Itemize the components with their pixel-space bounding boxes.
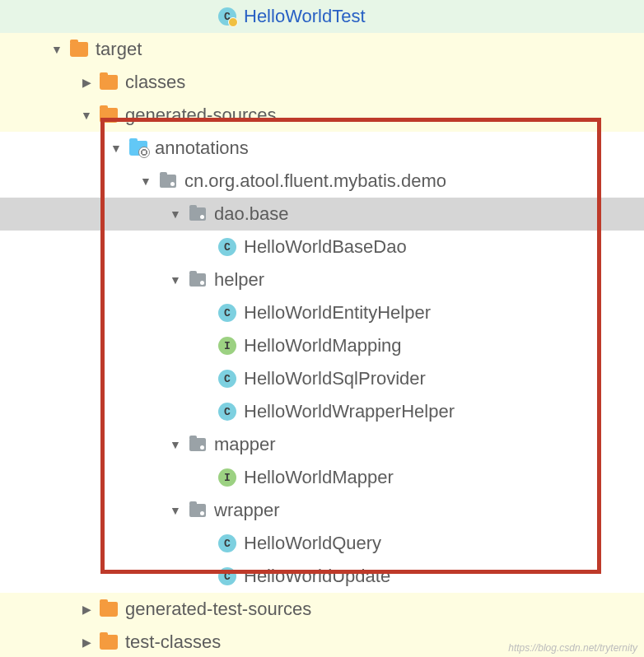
tree-item-label: HelloWorldMapper — [244, 467, 394, 488]
tree-item-label: generated-sources — [125, 105, 276, 126]
package-icon — [188, 204, 208, 224]
tree-row[interactable]: ▼cn.org.atool.fluent.mybatis.demo — [0, 165, 644, 198]
package-icon — [188, 435, 208, 454]
tree-item-label: mapper — [214, 434, 276, 455]
collapse-arrow-icon[interactable]: ▼ — [168, 273, 183, 287]
package-icon — [188, 270, 208, 290]
collapse-arrow-icon[interactable]: ▼ — [109, 142, 124, 155]
collapse-arrow-icon[interactable]: ▼ — [138, 175, 153, 188]
folder-icon — [99, 72, 119, 92]
class-icon: C — [217, 303, 237, 323]
tree-item-label: target — [96, 39, 142, 60]
tree-item-label: test-classes — [125, 631, 221, 653]
tree-row[interactable]: ▼CHelloWorldSqlProvider — [0, 362, 644, 395]
folder-icon — [69, 40, 89, 59]
folder-icon — [99, 105, 119, 125]
tree-item-label: HelloWorldTest — [244, 6, 366, 27]
tree-item-label: cn.org.atool.fluent.mybatis.demo — [184, 170, 446, 192]
tree-row[interactable]: ▼IHelloWorldMapping — [0, 329, 644, 362]
tree-row[interactable]: ▼helper — [0, 263, 644, 296]
tree-row[interactable]: ▼dao.base — [0, 198, 644, 231]
tree-row[interactable]: ▼CHelloWorldUpdate — [0, 560, 644, 593]
collapse-arrow-icon[interactable]: ▼ — [168, 504, 183, 517]
interface-icon: I — [217, 468, 237, 487]
class-icon: C — [217, 566, 237, 586]
collapse-arrow-icon[interactable]: ▼ — [168, 207, 183, 221]
expand-arrow-icon[interactable]: ▶ — [79, 603, 94, 616]
interface-icon: I — [217, 336, 237, 356]
tree-item-label: HelloWorldEntityHelper — [244, 302, 431, 324]
tree-row[interactable]: ▼CHelloWorldBaseDao — [0, 231, 644, 263]
tree-item-label: HelloWorldUpdate — [244, 566, 390, 587]
package-icon — [158, 171, 178, 191]
tree-item-label: helper — [214, 269, 264, 291]
tree-item-label: HelloWorldMapping — [244, 335, 402, 356]
generated-folder-icon — [128, 138, 148, 158]
tree-row[interactable]: ▶classes — [0, 66, 644, 99]
package-icon — [188, 501, 208, 520]
tree-row[interactable]: ▼IHelloWorldMapper — [0, 461, 644, 494]
tree-row[interactable]: ▼annotations — [0, 132, 644, 165]
tree-row[interactable]: ▶test-classes — [0, 626, 644, 657]
tree-row[interactable]: ▼CHelloWorldWrapperHelper — [0, 395, 644, 428]
tree-row[interactable]: ▼CHelloWorldEntityHelper — [0, 296, 644, 329]
tree-row[interactable]: ▼wrapper — [0, 494, 644, 527]
tree-item-label: HelloWorldSqlProvider — [244, 368, 426, 389]
folder-icon — [99, 632, 119, 652]
tree-item-label: HelloWorldWrapperHelper — [244, 401, 455, 422]
project-tree: ▼CHelloWorldTest▼target▶classes▼generate… — [0, 0, 644, 657]
collapse-arrow-icon[interactable]: ▼ — [49, 43, 64, 56]
tree-row[interactable]: ▼CHelloWorldQuery — [0, 527, 644, 560]
class-icon: C — [217, 237, 237, 257]
tree-row[interactable]: ▼generated-sources — [0, 99, 644, 132]
tree-item-label: classes — [125, 72, 185, 93]
expand-arrow-icon[interactable]: ▶ — [79, 636, 94, 649]
expand-arrow-icon[interactable]: ▶ — [79, 76, 94, 89]
collapse-arrow-icon[interactable]: ▼ — [168, 438, 183, 451]
tree-item-label: annotations — [155, 137, 249, 159]
class-icon: C — [217, 534, 237, 553]
class-icon: C — [217, 369, 237, 389]
tree-row[interactable]: ▼mapper — [0, 428, 644, 461]
class-icon: C — [217, 7, 237, 26]
tree-item-label: generated-test-sources — [125, 599, 311, 620]
tree-row[interactable]: ▼CHelloWorldTest — [0, 0, 644, 33]
tree-item-label: dao.base — [214, 203, 289, 225]
folder-icon — [99, 599, 119, 619]
tree-item-label: HelloWorldQuery — [244, 533, 381, 554]
class-icon: C — [217, 402, 237, 422]
tree-item-label: wrapper — [214, 500, 279, 521]
tree-row[interactable]: ▼target — [0, 33, 644, 66]
tree-item-label: HelloWorldBaseDao — [244, 236, 407, 258]
tree-row[interactable]: ▶generated-test-sources — [0, 593, 644, 626]
collapse-arrow-icon[interactable]: ▼ — [79, 109, 94, 122]
